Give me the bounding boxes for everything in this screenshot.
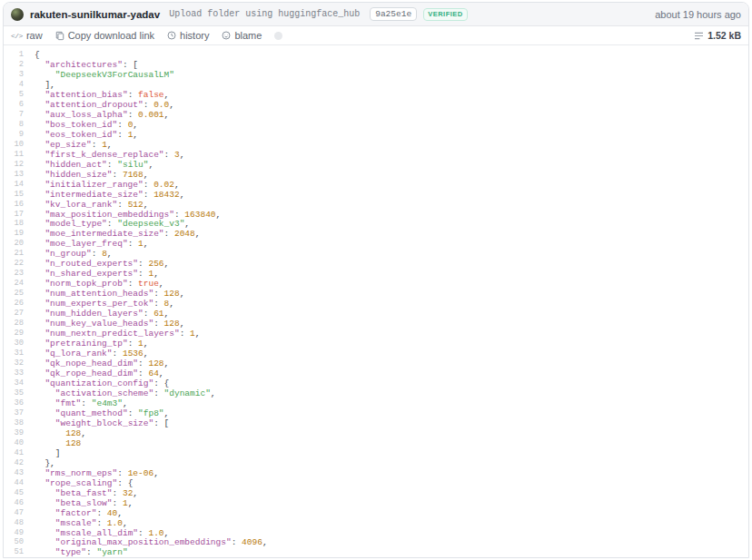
code-viewer: 1{2 "architectures": [3 "DeepseekV3ForCa… <box>4 45 748 557</box>
line-number[interactable]: 8 <box>4 120 24 130</box>
line-number[interactable]: 45 <box>4 488 24 498</box>
code-line-content: "intermediate_size": 18432, <box>35 190 184 200</box>
line-number[interactable]: 29 <box>4 329 24 339</box>
code-line: 34 "quantization_config": { <box>4 378 748 388</box>
line-number[interactable]: 25 <box>4 289 24 299</box>
code-line-content: "num_attention_heads": 128, <box>35 289 184 299</box>
code-line: 16 "kv_lora_rank": 512, <box>4 200 748 210</box>
line-number[interactable]: 36 <box>4 398 24 408</box>
line-number[interactable]: 1 <box>4 50 24 60</box>
author-avatar[interactable] <box>11 8 24 21</box>
line-number[interactable]: 41 <box>4 448 24 458</box>
code-line-content: "n_group": 8, <box>35 249 113 259</box>
line-number[interactable]: 4 <box>4 80 24 90</box>
code-line: 20 "moe_layer_freq": 1, <box>4 239 748 249</box>
line-number[interactable]: 20 <box>4 239 24 249</box>
code-line-content: "first_k_dense_replace": 3, <box>35 150 184 160</box>
code-line-content: "moe_intermediate_size": 2048, <box>35 229 200 239</box>
code-line-content: { <box>35 50 40 60</box>
line-number[interactable]: 14 <box>4 180 24 190</box>
line-number[interactable]: 3 <box>4 70 24 80</box>
code-line: 9 "eos_token_id": 1, <box>4 130 748 140</box>
commit-message[interactable]: Upload folder using huggingface_hub <box>169 9 360 19</box>
line-number[interactable]: 32 <box>4 359 24 368</box>
code-line-content: "norm_topk_prob": true, <box>35 279 164 289</box>
code-line-content: "bos_token_id": 0, <box>35 120 138 130</box>
code-line: 31 "q_lora_rank": 1536, <box>4 349 748 359</box>
line-number[interactable]: 19 <box>4 229 24 239</box>
line-number[interactable]: 49 <box>4 528 24 538</box>
line-number[interactable]: 43 <box>4 468 24 478</box>
commit-hash[interactable]: 9a25e1e <box>370 7 417 21</box>
code-line: 48 "mscale": 1.0, <box>4 518 748 528</box>
code-line: 35 "activation_scheme": "dynamic", <box>4 388 748 398</box>
code-line: 12 "hidden_act": "silu", <box>4 160 748 170</box>
line-number[interactable]: 38 <box>4 418 24 428</box>
line-number[interactable]: 34 <box>4 378 24 388</box>
code-line-content: "type": "yarn" <box>35 547 128 557</box>
line-number[interactable]: 13 <box>4 170 24 180</box>
line-number[interactable]: 31 <box>4 349 24 359</box>
line-number[interactable]: 48 <box>4 518 24 528</box>
code-line-content: "activation_scheme": "dynamic", <box>35 388 216 398</box>
history-button[interactable]: history <box>167 30 209 41</box>
code-line-content: "n_routed_experts": 256, <box>35 259 169 269</box>
line-number[interactable]: 46 <box>4 498 24 508</box>
line-number[interactable]: 42 <box>4 458 24 468</box>
line-number[interactable]: 30 <box>4 339 24 349</box>
line-number[interactable]: 51 <box>4 547 24 557</box>
commit-bar: rakuten-sunilkumar-yadav Upload folder u… <box>4 3 748 26</box>
line-number[interactable]: 18 <box>4 219 24 229</box>
code-line: 38 "weight_block_size": [ <box>4 418 748 428</box>
raw-button[interactable]: </> raw <box>11 30 43 41</box>
code-line: 36 "fmt": "e4m3", <box>4 398 748 408</box>
line-number[interactable]: 9 <box>4 130 24 140</box>
commit-author[interactable]: rakuten-sunilkumar-yadav <box>30 9 160 20</box>
code-line-content: "qk_nope_head_dim": 128, <box>35 359 169 368</box>
line-number[interactable]: 23 <box>4 269 24 279</box>
line-number[interactable]: 35 <box>4 388 24 398</box>
line-number[interactable]: 44 <box>4 478 24 488</box>
line-number[interactable]: 11 <box>4 150 24 160</box>
line-number[interactable]: 6 <box>4 100 24 110</box>
line-number[interactable]: 7 <box>4 110 24 120</box>
code-line-content: "initializer_range": 0.02, <box>35 180 180 190</box>
line-number[interactable]: 16 <box>4 200 24 210</box>
line-number[interactable]: 5 <box>4 90 24 100</box>
blame-button[interactable]: blame <box>222 30 262 41</box>
code-line: 13 "hidden_size": 7168, <box>4 170 748 180</box>
verified-badge[interactable]: VERIFIED <box>423 8 468 21</box>
line-number[interactable]: 40 <box>4 438 24 448</box>
blame-icon <box>222 31 231 40</box>
line-number[interactable]: 28 <box>4 319 24 329</box>
line-number[interactable]: 37 <box>4 408 24 418</box>
code-line-content: "q_lora_rank": 1536, <box>35 349 148 359</box>
line-number[interactable]: 27 <box>4 309 24 319</box>
code-line-content: "rope_scaling": { <box>35 478 133 488</box>
security-scan-icon[interactable] <box>274 32 282 40</box>
code-line: 2 "architectures": [ <box>4 60 748 70</box>
line-number[interactable]: 50 <box>4 537 24 547</box>
copy-icon <box>55 31 64 41</box>
line-number[interactable]: 22 <box>4 259 24 269</box>
code-line-content: }, <box>35 458 55 468</box>
code-line-content: "DeepseekV3ForCausalLM" <box>35 70 174 80</box>
file-viewer: rakuten-sunilkumar-yadav Upload folder u… <box>3 2 749 558</box>
line-number[interactable]: 15 <box>4 190 24 200</box>
line-number[interactable]: 2 <box>4 60 24 70</box>
line-number[interactable]: 26 <box>4 299 24 309</box>
line-number[interactable]: 47 <box>4 508 24 518</box>
line-number[interactable]: 21 <box>4 249 24 259</box>
line-number[interactable]: 39 <box>4 428 24 438</box>
code-line: 8 "bos_token_id": 0, <box>4 120 748 130</box>
code-line: 46 "beta_slow": 1, <box>4 498 748 508</box>
file-toolbar: </> raw Copy download link history <box>4 26 748 45</box>
line-number[interactable]: 17 <box>4 210 24 220</box>
code-line-content: 128 <box>35 438 81 448</box>
line-number[interactable]: 12 <box>4 160 24 170</box>
line-number[interactable]: 24 <box>4 279 24 289</box>
code-line-content: "moe_layer_freq": 1, <box>35 239 148 249</box>
line-number[interactable]: 10 <box>4 140 24 150</box>
copy-download-link-button[interactable]: Copy download link <box>55 30 154 41</box>
line-number[interactable]: 33 <box>4 368 24 378</box>
